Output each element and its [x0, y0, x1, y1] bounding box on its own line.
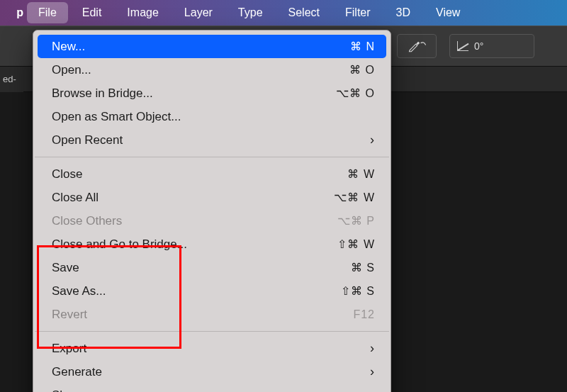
menu-item-shortcut: ⌘ W [311, 167, 375, 181]
menu-item-open-as-smart-object[interactable]: Open as Smart Object... [33, 105, 391, 128]
menu-item-shortcut: ⌥⌘ P [311, 214, 375, 228]
menu-item-label: Open... [52, 63, 311, 77]
menu-item-label: Save [52, 261, 311, 275]
menu-file[interactable]: File [27, 2, 68, 23]
document-tab-fragment[interactable]: ed- [0, 67, 23, 92]
menu-select[interactable]: Select [276, 0, 332, 26]
menu-item-close-all[interactable]: Close All⌥⌘ W [33, 186, 391, 209]
menu-item-shortcut: ⇧⌘ W [311, 237, 375, 251]
menu-item-revert: RevertF12 [33, 303, 391, 326]
chevron-right-icon: › [311, 364, 375, 379]
menu-item-label: Close [52, 167, 311, 181]
menu-item-shortcut: ⌥⌘ W [311, 191, 375, 204]
menu-item-close[interactable]: Close⌘ W [33, 162, 391, 186]
menu-item-shortcut: ⌥⌘ O [311, 86, 375, 100]
menu-item-save[interactable]: Save⌘ S [33, 256, 391, 279]
menu-edit[interactable]: Edit [69, 0, 115, 26]
file-menu-dropdown: New...⌘ NOpen...⌘ OBrowse in Bridge...⌥⌘… [33, 30, 391, 392]
menu-item-label: Open Recent [52, 133, 311, 147]
eyedropper-wand-icon [407, 39, 427, 53]
menu-item-label: New... [52, 40, 311, 54]
menu-item-label: Browse in Bridge... [52, 86, 311, 101]
chevron-right-icon: › [311, 133, 375, 147]
menu-item-label: Export [52, 342, 311, 356]
rotation-angle-value: 0° [474, 40, 483, 52]
menu-item-shortcut: ⌘ O [311, 63, 375, 77]
menu-layer[interactable]: Layer [172, 0, 225, 26]
app-logo-fragment: p [0, 0, 26, 26]
menu-image[interactable]: Image [114, 0, 171, 26]
menu-item-close-and-go-to-bridge[interactable]: Close and Go to Bridge...⇧⌘ W [33, 233, 391, 256]
menu-item-label: Close All [52, 191, 311, 205]
menu-item-open-recent[interactable]: Open Recent› [33, 128, 391, 152]
menu-item-save-as[interactable]: Save As...⇧⌘ S [33, 279, 391, 303]
menu-item-label: Share... [52, 388, 375, 393]
rotation-angle-field[interactable]: 0° [449, 34, 534, 58]
menu-item-label: Save As... [52, 284, 311, 298]
menu-divider [35, 331, 389, 332]
menu-item-close-others: Close Others⌥⌘ P [33, 209, 391, 233]
menu-item-label: Close and Go to Bridge... [52, 237, 311, 252]
menu-3d[interactable]: 3D [383, 0, 423, 26]
menu-item-shortcut: ⌘ S [311, 261, 375, 274]
menu-item-new[interactable]: New...⌘ N [38, 35, 386, 58]
menu-item-shortcut: ⇧⌘ S [311, 284, 375, 298]
menu-item-generate[interactable]: Generate› [33, 360, 391, 383]
menu-item-label: Open as Smart Object... [52, 110, 375, 124]
menu-item-shortcut: F12 [311, 308, 375, 321]
menu-item-label: Generate [52, 365, 311, 379]
angle-icon [457, 41, 468, 51]
menu-item-share[interactable]: Share... [33, 383, 391, 392]
eyedropper-wand-button[interactable] [397, 34, 437, 58]
menu-type[interactable]: Type [225, 0, 276, 26]
menu-item-open[interactable]: Open...⌘ O [33, 58, 391, 82]
menu-item-label: Revert [52, 308, 311, 322]
chevron-right-icon: › [311, 341, 375, 356]
menu-item-label: Close Others [52, 214, 311, 228]
menu-item-export[interactable]: Export› [33, 337, 391, 360]
menubar: p FileEditImageLayerTypeSelectFilter3DVi… [0, 0, 567, 26]
menu-view[interactable]: View [423, 0, 473, 26]
menu-item-browse-in-bridge[interactable]: Browse in Bridge...⌥⌘ O [33, 82, 391, 105]
menu-filter[interactable]: Filter [332, 0, 383, 26]
menu-divider [35, 157, 389, 157]
menu-item-shortcut: ⌘ N [311, 40, 375, 53]
